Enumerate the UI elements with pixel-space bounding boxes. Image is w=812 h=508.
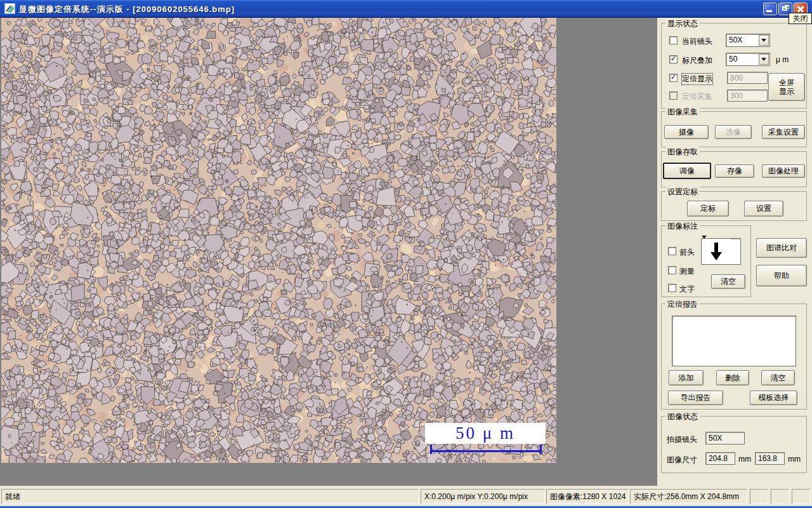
combo-ruler-dropdown[interactable]	[759, 54, 769, 65]
titlebar: 显微图像定倍系统--演示版 - [20090602055646.bmp]	[0, 0, 812, 18]
group-storage-title: 图像存取	[665, 147, 700, 157]
minimize-icon	[766, 10, 772, 12]
freeze-button: 冻像	[715, 125, 752, 139]
label-image-size: 图像尺寸	[667, 455, 697, 465]
checkbox-fixed-display[interactable]: ✓	[669, 74, 678, 82]
combo-ruler-value[interactable]: 50	[726, 53, 770, 66]
checkbox-text[interactable]	[668, 284, 676, 292]
report-delete-button[interactable]: 删除	[716, 370, 749, 385]
image-width-value: 204.8	[705, 452, 735, 465]
status-pixels: 图像像素:1280 X 1024	[546, 489, 629, 504]
checkbox-ruler-overlay[interactable]: ✓	[669, 55, 678, 64]
label-width-unit: mm	[738, 455, 751, 464]
label-text: 文字	[679, 284, 695, 295]
status-empty-1	[750, 489, 768, 504]
label-height-unit: mm	[788, 455, 801, 464]
scale-tick-right	[540, 444, 542, 454]
group-image-status-title: 图像状态	[665, 411, 700, 422]
group-annotation-title: 图像标注	[665, 221, 700, 232]
label-ruler-unit: μ m	[776, 55, 789, 64]
combo-current-lens[interactable]: 50X	[726, 34, 770, 47]
chevron-down-icon	[761, 58, 766, 64]
down-arrow-icon	[702, 239, 731, 264]
status-actual-size: 实际尺寸:256.0mm X 204.8mm	[630, 489, 747, 504]
report-listbox[interactable]	[672, 316, 796, 366]
image-height-value: 163.8	[755, 452, 785, 465]
atlas-compare-button[interactable]: 图谱比对	[756, 238, 807, 258]
label-arrow: 箭头	[679, 247, 695, 258]
group-annotation: 图像标注 箭头 测量 清空 文字	[661, 225, 751, 297]
window-title: 显微图像定倍系统--演示版 - [20090602055646.bmp]	[19, 4, 235, 15]
label-current-lens: 当前镜头	[682, 36, 712, 47]
calibration-settings-button[interactable]: 设置	[744, 201, 783, 217]
input-fixed-capture: 300	[727, 90, 768, 102]
group-capture-title: 图像采集	[665, 107, 700, 117]
checkbox-measure[interactable]	[668, 266, 676, 274]
scale-bar-label: 50 μ m	[425, 423, 546, 444]
arrow-style-combo[interactable]	[701, 238, 741, 265]
group-display-status: 显示状态 当前镜头 50X ✓ 标尺叠加 50 μ m ✓ 定倍显示 800 定…	[661, 23, 807, 109]
capture-settings-button[interactable]: 采集设置	[762, 125, 805, 139]
report-clear-button[interactable]: 清空	[761, 370, 795, 385]
group-report: 定倍报告 添加 删除 清空 导出报告 模板选择	[661, 304, 807, 410]
close-tooltip: 关闭	[789, 13, 812, 24]
scale-bar-line	[430, 444, 542, 454]
template-select-button[interactable]: 模板选择	[750, 391, 797, 405]
report-export-button[interactable]: 导出报告	[668, 391, 723, 405]
image-process-button[interactable]: 图像处理	[762, 164, 805, 178]
load-image-button[interactable]: 调像	[663, 163, 711, 179]
app-icon	[4, 3, 15, 14]
save-image-button[interactable]: 存像	[715, 164, 754, 178]
calibrate-button[interactable]: 定标	[687, 201, 729, 217]
scale-bar	[430, 450, 542, 452]
group-image-status: 图像状态 拍摄镜头 50X 图像尺寸 204.8 mm 163.8 mm	[661, 416, 807, 473]
label-fixed-display: 定倍显示	[682, 74, 712, 84]
annotation-clear-button[interactable]: 清空	[711, 274, 745, 289]
combo-current-lens-dropdown[interactable]	[759, 35, 769, 46]
status-ready: 就绪	[1, 489, 419, 504]
checkbox-arrow[interactable]	[668, 247, 676, 255]
scale-tick-left	[430, 444, 432, 454]
minimize-button[interactable]	[763, 3, 777, 15]
label-measure: 测量	[679, 266, 695, 277]
help-button[interactable]: 帮助	[756, 265, 807, 286]
group-display-status-title: 显示状态	[665, 18, 700, 29]
statusbar: 就绪 X:0.200μ m/pix Y:0.200μ m/pix 图像像素:12…	[0, 486, 812, 506]
micrograph-viewport[interactable]: 50 μ m	[1, 18, 556, 463]
control-panel: 显示状态 当前镜头 50X ✓ 标尺叠加 50 μ m ✓ 定倍显示 800 定…	[657, 18, 812, 486]
input-fixed-display: 800	[727, 72, 768, 84]
group-calibration-title: 设置定标	[665, 187, 700, 197]
shoot-button[interactable]: 摄像	[664, 125, 709, 139]
label-shoot-lens: 拍摄镜头	[667, 434, 697, 445]
restore-icon-front	[782, 6, 787, 11]
report-add-button[interactable]: 添加	[669, 370, 704, 385]
group-capture: 图像采集 摄像 冻像 采集设置	[661, 111, 807, 147]
group-calibration: 设置定标 定标 设置	[661, 191, 807, 221]
status-empty-2	[771, 489, 789, 504]
checkbox-current-lens[interactable]	[669, 36, 678, 44]
label-ruler-overlay: 标尺叠加	[682, 55, 712, 66]
status-resolution: X:0.200μ m/pix Y:0.200μ m/pix	[421, 489, 545, 504]
group-report-title: 定倍报告	[665, 299, 700, 310]
shoot-lens-value: 50X	[705, 432, 745, 444]
status-empty-3	[792, 489, 811, 504]
checkbox-fixed-capture	[669, 91, 678, 100]
label-fixed-capture: 定倍采集	[682, 91, 712, 102]
micrograph-canvas[interactable]	[1, 18, 556, 463]
group-storage: 图像存取 调像 存像 图像处理	[661, 151, 807, 187]
fullscreen-button[interactable]: 全屏显示	[768, 73, 805, 101]
chevron-down-icon	[761, 39, 766, 44]
